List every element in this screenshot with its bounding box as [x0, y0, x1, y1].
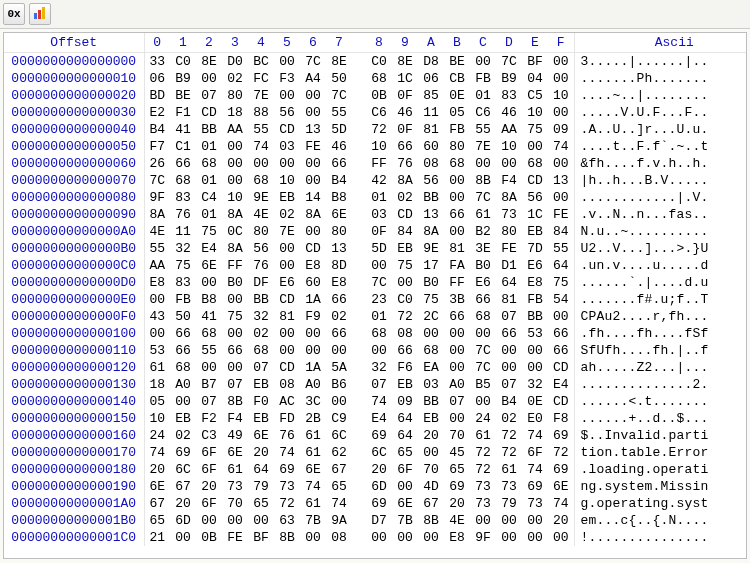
hex-cell[interactable]: 83: [170, 189, 196, 206]
hex-cell[interactable]: 00: [470, 53, 496, 71]
hex-cell[interactable]: 74: [522, 461, 548, 478]
hex-cell[interactable]: 00: [300, 325, 326, 342]
hex-cell[interactable]: 03: [366, 206, 392, 223]
hex-cell[interactable]: 56: [248, 240, 274, 257]
hex-cell[interactable]: 07: [496, 308, 522, 325]
ascii-cell[interactable]: .....V.U.F...F..: [574, 104, 747, 121]
hex-cell[interactable]: BC: [248, 53, 274, 71]
hex-cell[interactable]: 23: [366, 291, 392, 308]
ascii-cell[interactable]: !...............: [574, 529, 747, 546]
hex-cell[interactable]: 75: [522, 121, 548, 138]
hex-cell[interactable]: 72: [274, 495, 300, 512]
hex-cell[interactable]: 6E: [144, 478, 170, 495]
hex-cell[interactable]: E4: [548, 376, 574, 393]
hex-cell[interactable]: 45: [444, 444, 470, 461]
hex-cell[interactable]: CD: [300, 240, 326, 257]
hex-cell[interactable]: 8A: [144, 206, 170, 223]
hex-cell[interactable]: 00: [392, 529, 418, 546]
offset-cell[interactable]: 00000000000000C0: [4, 257, 144, 274]
hex-cell[interactable]: 18: [222, 104, 248, 121]
hex-cell[interactable]: 20: [444, 495, 470, 512]
hex-cell[interactable]: 00: [366, 342, 392, 359]
hex-cell[interactable]: D0: [222, 53, 248, 71]
hex-cell[interactable]: B8: [326, 189, 352, 206]
col-f[interactable]: F: [548, 33, 574, 53]
hex-cell[interactable]: 4D: [418, 478, 444, 495]
hex-cell[interactable]: 02: [274, 206, 300, 223]
hex-cell[interactable]: EB: [392, 240, 418, 257]
hex-cell[interactable]: 8B: [418, 512, 444, 529]
hex-cell[interactable]: 81: [418, 121, 444, 138]
hex-cell[interactable]: 65: [444, 461, 470, 478]
hex-cell[interactable]: 13: [418, 206, 444, 223]
hex-cell[interactable]: CD: [548, 359, 574, 376]
hex-cell[interactable]: FE: [548, 206, 574, 223]
hex-cell[interactable]: 17: [418, 257, 444, 274]
hex-cell[interactable]: 6E: [548, 478, 574, 495]
hex-cell[interactable]: 01: [196, 138, 222, 155]
table-row[interactable]: 0000000000000180206C6F6164696E67206F7065…: [4, 461, 747, 478]
hex-cell[interactable]: E6: [522, 257, 548, 274]
hex-cell[interactable]: 00: [470, 325, 496, 342]
hex-cell[interactable]: 66: [326, 325, 352, 342]
hex-cell[interactable]: 74: [548, 138, 574, 155]
table-row[interactable]: 000000000000013018A0B707EB08A0B607EB03A0…: [4, 376, 747, 393]
hex-cell[interactable]: 0E: [444, 87, 470, 104]
ascii-cell[interactable]: CPAu2....r,fh...: [574, 308, 747, 325]
hex-cell[interactable]: 05: [444, 104, 470, 121]
hex-cell[interactable]: B8: [196, 291, 222, 308]
ascii-cell[interactable]: .v..N..n...fas..: [574, 206, 747, 223]
hex-cell[interactable]: AA: [496, 121, 522, 138]
hex-cell[interactable]: D7: [366, 512, 392, 529]
hex-cell[interactable]: 68: [366, 325, 392, 342]
hex-cell[interactable]: 76: [392, 155, 418, 172]
hex-cell[interactable]: 00: [170, 529, 196, 546]
table-row[interactable]: 00000000000001906E672073797374656D004D69…: [4, 478, 747, 495]
table-row[interactable]: 000000000000000033C08ED0BC007C8EC08ED8BE…: [4, 53, 747, 71]
hex-cell[interactable]: 75: [392, 257, 418, 274]
hex-cell[interactable]: 70: [444, 427, 470, 444]
hex-cell[interactable]: 01: [196, 172, 222, 189]
hex-cell[interactable]: 64: [392, 427, 418, 444]
hex-cell[interactable]: 41: [170, 121, 196, 138]
hex-cell[interactable]: 75: [170, 257, 196, 274]
hex-cell[interactable]: 5A: [326, 359, 352, 376]
hex-cell[interactable]: 56: [274, 104, 300, 121]
hex-cell[interactable]: 61: [470, 206, 496, 223]
offset-cell[interactable]: 0000000000000130: [4, 376, 144, 393]
hex-cell[interactable]: 07: [444, 393, 470, 410]
hex-cell[interactable]: 00: [326, 393, 352, 410]
hex-cell[interactable]: 72: [470, 444, 496, 461]
hex-cell[interactable]: 00: [196, 70, 222, 87]
hex-cell[interactable]: 6C: [326, 427, 352, 444]
ascii-cell[interactable]: ....t..F.f`.~..t: [574, 138, 747, 155]
ascii-cell[interactable]: ....~..|........: [574, 87, 747, 104]
table-row[interactable]: 00000000000000707C680100681000B4428A5600…: [4, 172, 747, 189]
hex-cell[interactable]: 00: [326, 342, 352, 359]
hex-cell[interactable]: 00: [196, 512, 222, 529]
table-row[interactable]: 0000000000000100006668000200006668080000…: [4, 325, 747, 342]
ascii-cell[interactable]: ......+..d..$...: [574, 410, 747, 427]
ascii-cell[interactable]: .loading.operati: [574, 461, 747, 478]
hex-cell[interactable]: 61: [470, 427, 496, 444]
hex-cell[interactable]: 02: [392, 189, 418, 206]
hex-cell[interactable]: 5D: [326, 121, 352, 138]
hex-cell[interactable]: 00: [366, 529, 392, 546]
hex-cell[interactable]: 6D: [170, 512, 196, 529]
hex-cell[interactable]: 06: [144, 70, 170, 87]
hex-cell[interactable]: 56: [522, 189, 548, 206]
hex-cell[interactable]: 0B: [366, 87, 392, 104]
table-row[interactable]: 000000000000017074696F6E207461626C650045…: [4, 444, 747, 461]
hex-cell[interactable]: 69: [366, 427, 392, 444]
hex-cell[interactable]: 11: [418, 104, 444, 121]
hex-cell[interactable]: 7C: [470, 359, 496, 376]
hex-cell[interactable]: 61: [300, 495, 326, 512]
hex-cell[interactable]: 56: [418, 172, 444, 189]
hex-cell[interactable]: 8A: [300, 206, 326, 223]
hex-cell[interactable]: 14: [300, 189, 326, 206]
hex-cell[interactable]: 66: [548, 325, 574, 342]
hex-cell[interactable]: DF: [248, 274, 274, 291]
hex-cell[interactable]: 00: [392, 274, 418, 291]
table-row[interactable]: 0000000000000050F7C101007403FE4610666080…: [4, 138, 747, 155]
hex-cell[interactable]: 32: [248, 308, 274, 325]
